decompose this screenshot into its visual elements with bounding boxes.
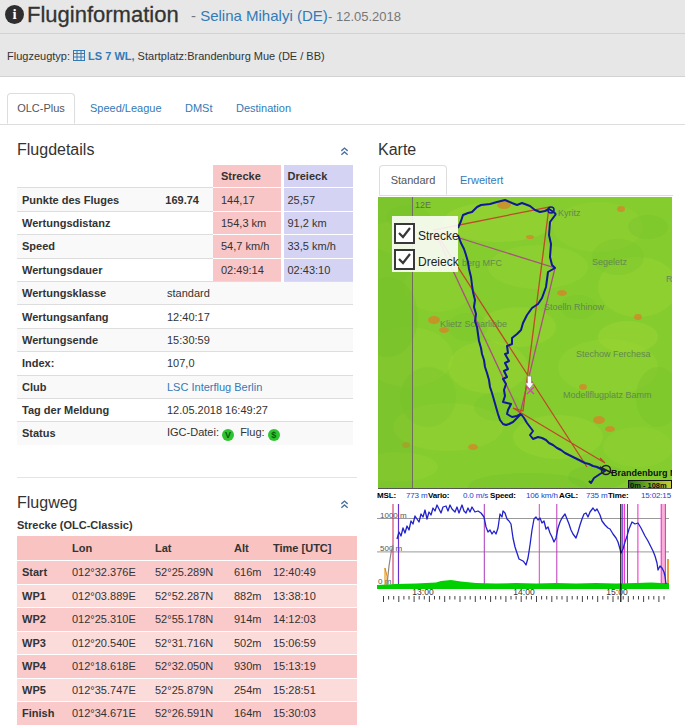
svg-text:13:00: 13:00 bbox=[412, 587, 434, 597]
svg-text:Segeletz: Segeletz bbox=[592, 257, 628, 267]
svg-text:Rh: Rh bbox=[666, 274, 672, 284]
svg-text:12E: 12E bbox=[415, 200, 431, 210]
svg-text:Brandenburg Mue: Brandenburg Mue bbox=[611, 468, 672, 478]
svg-text:15:00: 15:00 bbox=[606, 587, 628, 597]
svg-text:Modellflugplatz Bamm: Modellflugplatz Bamm bbox=[563, 390, 652, 400]
svg-text:1000 m: 1000 m bbox=[380, 511, 407, 520]
svg-text:Stoelln Rhinow: Stoelln Rhinow bbox=[544, 302, 605, 312]
svg-text:14:00: 14:00 bbox=[513, 587, 535, 597]
svg-text:Kyritz: Kyritz bbox=[558, 208, 581, 218]
svg-text:Stechow Ferchesa: Stechow Ferchesa bbox=[576, 349, 651, 359]
